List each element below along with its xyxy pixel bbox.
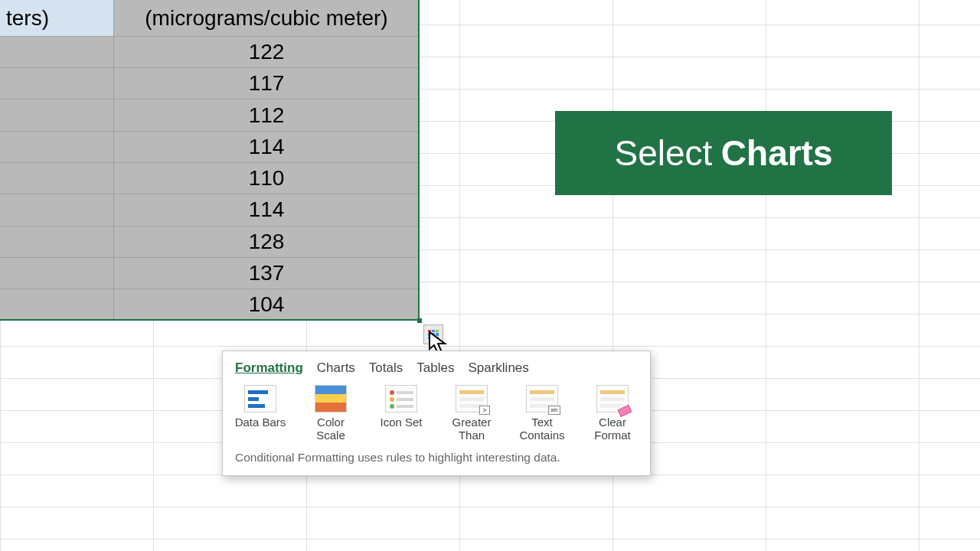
quick-analysis-tabs: Formatting Charts Totals Tables Sparklin… bbox=[223, 351, 650, 380]
cell-value[interactable]: 114 bbox=[113, 194, 420, 225]
banner-prefix: Select bbox=[614, 132, 712, 174]
quick-analysis-button[interactable] bbox=[423, 324, 443, 344]
option-label: Icon Set bbox=[380, 416, 422, 429]
quick-analysis-icon bbox=[428, 330, 439, 339]
option-label: Data Bars bbox=[235, 416, 286, 429]
option-color-scale[interactable]: Color Scale bbox=[299, 385, 362, 442]
tab-formatting[interactable]: Formatting bbox=[235, 360, 303, 376]
option-label: Color Scale bbox=[316, 416, 345, 442]
cell-value[interactable]: 117 bbox=[113, 67, 420, 99]
color-scale-icon bbox=[315, 385, 347, 412]
instruction-banner: Select Charts bbox=[555, 111, 892, 195]
data-bars-icon bbox=[244, 385, 276, 412]
option-label: Text Contains bbox=[519, 416, 564, 442]
option-clear-format[interactable]: Clear Format bbox=[581, 385, 644, 442]
cell-value[interactable]: 122 bbox=[113, 36, 420, 67]
cell-value[interactable]: 114 bbox=[113, 131, 420, 162]
tab-sparklines[interactable]: Sparklines bbox=[468, 360, 528, 376]
tab-charts[interactable]: Charts bbox=[317, 360, 355, 376]
quick-analysis-options: Data Bars Color Scale Icon Set > Greater… bbox=[223, 380, 650, 445]
icon-set-icon bbox=[385, 385, 417, 412]
clear-format-icon bbox=[596, 385, 629, 412]
tab-tables[interactable]: Tables bbox=[416, 360, 454, 376]
banner-emphasis: Charts bbox=[721, 132, 833, 174]
cell-value[interactable]: 128 bbox=[113, 226, 420, 257]
cell-value[interactable]: 110 bbox=[113, 162, 420, 194]
option-greater-than[interactable]: > Greater Than bbox=[440, 385, 503, 442]
option-text-contains[interactable]: ab Text Contains bbox=[511, 385, 573, 442]
cell-value[interactable]: 104 bbox=[113, 289, 420, 320]
column-header-right: (micrograms/cubic meter) bbox=[113, 0, 420, 36]
option-label: Clear Format bbox=[594, 416, 631, 442]
data-column: 122 117 112 114 110 114 128 137 104 bbox=[113, 36, 420, 321]
column-header-left-fragment: ters) bbox=[0, 0, 49, 36]
quick-analysis-panel: Formatting Charts Totals Tables Sparklin… bbox=[222, 350, 651, 476]
cell-value[interactable]: 112 bbox=[113, 99, 420, 131]
fill-handle[interactable] bbox=[417, 318, 422, 323]
option-icon-set[interactable]: Icon Set bbox=[370, 385, 433, 442]
greater-than-icon: > bbox=[456, 385, 488, 412]
text-contains-icon: ab bbox=[526, 385, 558, 412]
option-label: Greater Than bbox=[452, 416, 492, 442]
option-data-bars[interactable]: Data Bars bbox=[229, 385, 292, 442]
cell-value[interactable]: 137 bbox=[113, 257, 420, 289]
tab-totals[interactable]: Totals bbox=[369, 360, 403, 376]
quick-analysis-description: Conditional Formatting uses rules to hig… bbox=[223, 445, 650, 475]
